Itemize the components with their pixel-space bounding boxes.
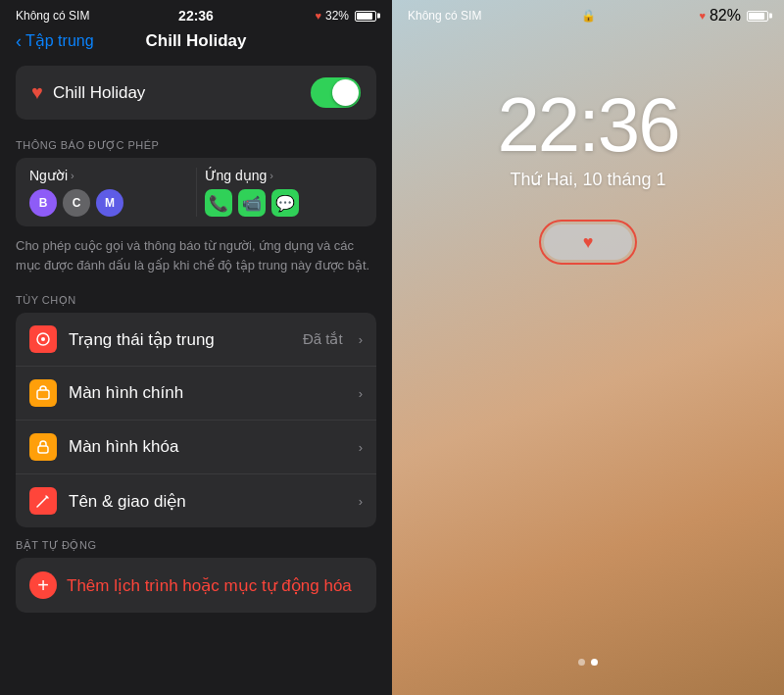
left-battery-icon (355, 11, 376, 22)
avatar-b: B (29, 189, 57, 217)
app-phone-icon: 📞 (205, 189, 232, 217)
allowed-block: Người › B C M Ứng dụng › 📞 📹 💬 (16, 158, 376, 226)
chill-holiday-toggle[interactable] (311, 77, 361, 108)
right-battery-icon (747, 11, 768, 22)
app-facetime-icon: 📹 (238, 189, 266, 217)
page-dot-2 (591, 659, 598, 666)
svg-point-1 (41, 337, 45, 341)
section-allowed-header: THÔNG BÁO ĐƯỢC PHÉP (0, 127, 392, 158)
left-time: 22:36 (178, 8, 214, 24)
option-lock-label: Màn hình khóa (69, 437, 343, 457)
health-icon: ♥ (315, 10, 321, 22)
left-panel: Không có SIM 22:36 ♥ 32% ‹ Tập trung Chi… (0, 0, 392, 695)
options-block: Trạng thái tập trung Đã tắt › Màn hình c… (16, 313, 376, 527)
focus-status-icon (29, 325, 57, 353)
add-automation-icon: + (29, 571, 57, 599)
svg-rect-3 (38, 446, 48, 453)
avatar-row: B C M (29, 189, 188, 217)
home-screen-icon (29, 379, 57, 407)
option-home-label: Màn hình chính (69, 383, 343, 403)
right-carrier: Không có SIM (408, 9, 481, 23)
apps-label-row: Ứng dụng › (205, 168, 364, 183)
left-battery-pct: 32% (325, 9, 349, 23)
theme-icon (29, 487, 57, 515)
option-home-chevron-icon: › (359, 386, 363, 401)
people-chevron-icon: › (71, 170, 74, 181)
automation-row[interactable]: + Thêm lịch trình hoặc mục tự động hóa (16, 558, 376, 613)
app-icons-row: 📞 📹 💬 (205, 189, 364, 217)
left-status-right: ♥ 32% (315, 9, 376, 23)
section-options-header: TÙY CHỌN (0, 282, 392, 313)
svg-rect-2 (37, 390, 49, 399)
page-dot-1 (578, 659, 585, 666)
right-status-right: ♥ 82% (699, 7, 768, 25)
description-text: Cho phép cuộc gọi và thông báo từ người,… (0, 226, 392, 282)
people-label-row: Người › (29, 168, 188, 183)
lock-date: Thứ Hai, 10 tháng 1 (497, 169, 678, 190)
nav-title: Chill Holiday (146, 31, 247, 51)
automation-block: + Thêm lịch trình hoặc mục tự động hóa (16, 558, 376, 613)
toggle-text: Chill Holiday (53, 83, 145, 103)
option-focus-label: Trạng thái tập trung (69, 329, 291, 350)
people-label: Người (29, 168, 68, 183)
option-focus-chevron-icon: › (359, 332, 363, 347)
page-dots (578, 659, 598, 666)
focus-widget-heart-icon: ♥ (583, 232, 594, 253)
apps-chevron-icon: › (270, 170, 273, 181)
toggle-row: ♥ Chill Holiday (16, 66, 376, 120)
option-home-screen[interactable]: Màn hình chính › (16, 367, 376, 421)
allowed-divider (196, 168, 197, 217)
back-label: Tập trung (25, 31, 94, 50)
app-messages-icon: 💬 (271, 189, 299, 217)
lock-time: 22:36 (497, 86, 678, 163)
option-focus-value: Đã tắt (303, 330, 343, 348)
toggle-label-group: ♥ Chill Holiday (31, 81, 145, 104)
back-chevron-icon: ‹ (16, 32, 22, 50)
heart-icon: ♥ (31, 81, 43, 104)
option-theme-label: Tên & giao diện (69, 491, 343, 512)
allowed-people[interactable]: Người › B C M (29, 168, 188, 217)
option-lock-chevron-icon: › (359, 440, 363, 455)
option-theme-chevron-icon: › (359, 494, 363, 509)
avatar-m: M (96, 189, 123, 217)
allowed-apps[interactable]: Ứng dụng › 📞 📹 💬 (205, 168, 364, 217)
left-carrier: Không có SIM (16, 9, 89, 23)
left-status-bar: Không có SIM 22:36 ♥ 32% (0, 0, 392, 27)
lock-screen-icon (29, 433, 57, 461)
right-status-bar: Không có SIM 🔒 ♥ 82% (392, 0, 784, 27)
back-button[interactable]: ‹ Tập trung (16, 31, 94, 50)
focus-widget-container: ♥ (539, 220, 637, 265)
lock-status-icon: 🔒 (581, 9, 596, 23)
svg-line-4 (37, 497, 47, 507)
right-battery-pct: 82% (710, 7, 741, 25)
option-theme[interactable]: Tên & giao diện › (16, 474, 376, 527)
apps-label: Ứng dụng (205, 168, 268, 183)
right-panel: Không có SIM 🔒 ♥ 82% 22:36 Thứ Hai, 10 t… (392, 0, 784, 695)
automation-label: Thêm lịch trình hoặc mục tự động hóa (67, 575, 352, 596)
option-lock-screen[interactable]: Màn hình khóa › (16, 421, 376, 474)
nav-bar: ‹ Tập trung Chill Holiday (0, 27, 392, 58)
option-focus-status[interactable]: Trạng thái tập trung Đã tắt › (16, 313, 376, 367)
focus-widget-border: ♥ (539, 220, 637, 265)
lock-clock: 22:36 Thứ Hai, 10 tháng 1 (497, 86, 678, 190)
allowed-row: Người › B C M Ứng dụng › 📞 📹 💬 (16, 158, 376, 226)
focus-widget: ♥ (544, 224, 632, 260)
right-health-icon: ♥ (699, 10, 706, 22)
avatar-c: C (63, 189, 90, 217)
section-auto-header: BẬT TỰ ĐỘNG (0, 527, 392, 558)
